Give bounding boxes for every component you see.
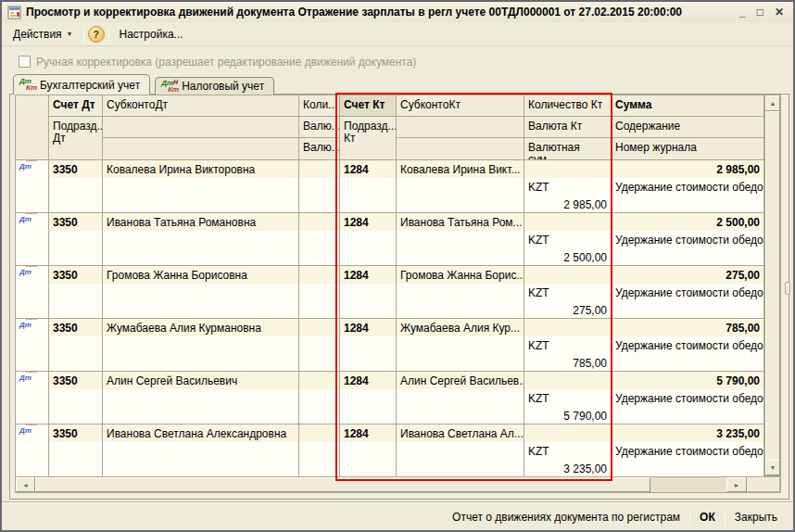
cell-schet-kt: 1284 — [340, 372, 397, 424]
cell-summa: 2 985,00 Удержание стоимости обедов — [612, 160, 764, 212]
table-row[interactable]: Дт Кт 3350 Громова Жанна Борисовна 1284 … — [16, 266, 764, 319]
cell-summa: 275,00 Удержание стоимости обедов — [612, 266, 764, 318]
document-movements-window: Просмотр и корректировка движений докуме… — [0, 0, 795, 532]
header-summa: Сумма Содержание Номер журнала — [612, 95, 764, 160]
window-icon — [7, 6, 21, 19]
cell-kolichestvo-kt: KZT 785,00 — [524, 319, 612, 371]
cell-schet-dt: 3350 — [49, 160, 103, 212]
cell-subkonto-dt: Ковалева Ирина Викторовна — [103, 160, 299, 212]
cell-schet-dt: 3350 — [49, 319, 103, 371]
cell-kolichestvo-kt: KZT 275,00 — [524, 266, 612, 318]
header-subkonto-kt: СубконтоКт — [397, 95, 524, 160]
help-button[interactable]: ? — [88, 26, 105, 43]
footer-separator — [2, 501, 793, 503]
horizontal-scrollbar[interactable]: ◄ ► — [15, 476, 781, 493]
cell-kolichestvo-kt: KZT 5 790,00 — [524, 372, 612, 424]
cell-schet-dt: 3350 — [49, 424, 103, 476]
vertical-scroll-thumb[interactable] — [765, 111, 780, 462]
header-icon-column — [16, 95, 49, 160]
table-row[interactable]: Дт Кт 3350 Иванова Татьяна Романовна 128… — [16, 213, 764, 266]
table-row[interactable]: Дт Кт 3350 Ковалева Ирина Викторовна 128… — [16, 160, 764, 213]
cell-subkonto-dt: Жумабаева Алия Курмановна — [103, 319, 299, 371]
cell-summa: 5 790,00 Удержание стоимости обедов — [612, 372, 764, 424]
postings-table: Счет Дт Подразд... Дт СубконтоДт Коли...… — [15, 95, 764, 477]
cell-kolichestvo-dt — [299, 372, 340, 424]
table-row[interactable]: Дт Кт 3350 Жумабаева Алия Курмановна 128… — [16, 319, 764, 372]
cell-subkonto-kt: Иванова Светлана Ал... — [397, 424, 524, 476]
window-title: Просмотр и корректировка движений докуме… — [26, 6, 739, 19]
table-header: Счет Дт Подразд... Дт СубконтоДт Коли...… — [16, 95, 764, 160]
row-posting-icon-cell: Дт Кт — [16, 160, 49, 212]
cell-schet-kt: 1284 — [340, 160, 397, 212]
cell-schet-kt: 1284 — [340, 424, 397, 476]
cell-kolichestvo-dt — [299, 319, 340, 371]
header-schet-dt: Счет Дт Подразд... Дт — [49, 95, 103, 160]
ok-button[interactable]: ОК — [691, 507, 724, 527]
dropdown-arrow-icon: ▼ — [67, 31, 73, 37]
cell-kolichestvo-dt — [299, 424, 340, 476]
header-schet-kt: Счет Кт Подразд... Кт — [340, 95, 397, 160]
tab-accounting[interactable]: Дт Кт Бухгалтерский учет — [13, 74, 150, 95]
scroll-left-button[interactable]: ◄ — [16, 477, 35, 492]
tab-tax-label: Налоговый учет — [182, 80, 264, 93]
manual-adjustment-label: Ручная корректировка (разрешает редактир… — [36, 56, 416, 69]
header-subkonto-dt: СубконтоДт — [103, 95, 299, 160]
row-posting-icon-cell: Дт Кт — [16, 319, 49, 371]
cell-subkonto-dt: Иванова Татьяна Романовна — [103, 213, 299, 265]
cell-schet-kt: 1284 — [340, 213, 397, 265]
row-posting-icon-cell: Дт Кт — [16, 372, 49, 424]
tab-bar: Дт Кт Бухгалтерский учет Дт Н Кт Налогов… — [13, 74, 279, 95]
header-kolichestvo-kt: Количество Кт Валюта Кт Валютная сум... — [524, 95, 612, 160]
tax-dt-kt-icon: Дт Н Кт — [161, 80, 177, 94]
toolbar-separator — [108, 26, 109, 43]
row-posting-icon-cell: Дт Кт — [16, 213, 49, 265]
settings-button[interactable]: Настройка... — [113, 24, 190, 44]
cell-kolichestvo-dt — [299, 160, 340, 212]
window-edge-grip[interactable] — [785, 282, 790, 295]
actions-menu-label: Действия — [13, 28, 62, 41]
cell-subkonto-dt: Иванова Светлана Александровна — [103, 424, 299, 476]
scrollbar-corner — [747, 477, 780, 492]
scroll-right-button[interactable]: ► — [726, 477, 747, 492]
manual-adjustment-row: Ручная корректировка (разрешает редактир… — [19, 55, 793, 69]
manual-adjustment-checkbox[interactable] — [19, 56, 31, 68]
row-posting-icon-cell: Дт Кт — [16, 266, 49, 318]
cell-schet-kt: 1284 — [340, 266, 397, 318]
toolbar-separator — [83, 26, 84, 43]
report-movements-button[interactable]: Отчет о движениях документа по регистрам — [444, 507, 688, 527]
toolbar: Действия ▼ ? Настройка... — [2, 22, 793, 46]
table-row[interactable]: Дт Кт 3350 Иванова Светлана Александровн… — [16, 424, 764, 477]
cell-subkonto-kt: Жумабаева Алия Кур... — [397, 319, 524, 371]
cell-subkonto-kt: Иванова Татьяна Ром... — [397, 213, 524, 265]
cell-kolichestvo-kt: KZT 2 500,00 — [524, 213, 612, 265]
title-bar: Просмотр и корректировка движений докуме… — [2, 2, 793, 22]
close-button[interactable]: ✕ — [775, 6, 784, 19]
cell-kolichestvo-dt — [299, 213, 340, 265]
cell-subkonto-kt: Ковалева Ирина Викт... — [397, 160, 524, 212]
maximize-button[interactable]: □ — [757, 6, 763, 19]
close-form-button[interactable]: Закрыть — [726, 507, 786, 527]
cell-summa: 3 235,00 Удержание стоимости обедов — [612, 424, 764, 476]
vertical-scrollbar[interactable]: ▲ ▼ — [764, 95, 781, 476]
cell-subkonto-kt: Алин Сергей Васильев... — [397, 372, 524, 424]
footer-button-separator — [725, 510, 726, 525]
actions-menu-button[interactable]: Действия ▼ — [6, 24, 80, 44]
scroll-down-button[interactable]: ▼ — [765, 460, 780, 475]
cell-kolichestvo-kt: KZT 2 985,00 — [524, 160, 612, 212]
footer-button-bar: Отчет о движениях документа по регистрам… — [444, 507, 786, 527]
cell-schet-kt: 1284 — [340, 319, 397, 371]
cell-kolichestvo-kt: KZT 3 235,00 — [524, 424, 612, 476]
cell-subkonto-dt: Алин Сергей Васильевич — [103, 372, 299, 424]
cell-subkonto-kt: Громова Жанна Борис... — [397, 266, 524, 318]
accounting-dt-kt-icon: Дт Кт — [19, 78, 35, 92]
table-row[interactable]: Дт Кт 3350 Алин Сергей Васильевич 1284 А… — [16, 372, 764, 424]
tab-tax[interactable]: Дт Н Кт Налоговый учет — [155, 77, 274, 95]
table-body: Дт Кт 3350 Ковалева Ирина Викторовна 128… — [16, 160, 764, 477]
minimize-button[interactable]: _ — [739, 6, 746, 19]
scroll-up-button[interactable]: ▲ — [765, 95, 780, 111]
cell-summa: 2 500,00 Удержание стоимости обедов — [612, 213, 764, 265]
tab-accounting-label: Бухгалтерский учет — [40, 79, 140, 92]
cell-schet-dt: 3350 — [49, 372, 103, 424]
horizontal-scroll-thumb[interactable] — [35, 477, 650, 492]
cell-summa: 785,00 Удержание стоимости обедов — [612, 319, 764, 371]
